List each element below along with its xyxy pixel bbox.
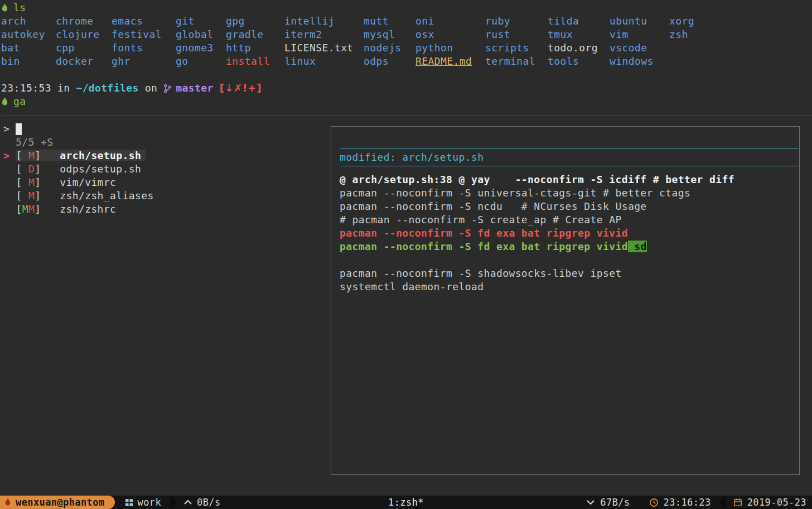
host-segment: wenxuan@phantom (0, 496, 115, 509)
diff-preview-pane[interactable]: modified: arch/setup.sh @ arch/setup.sh:… (331, 126, 800, 475)
command-text-ls: ls (13, 1, 26, 15)
ls-entry: vim (610, 28, 669, 41)
diff-line-ctx: pacman --noconfirm -S ncdu # NCurses Dis… (340, 200, 798, 213)
ls-column: oniosxpythonREADME.md (415, 15, 485, 68)
diff-line-hunk: @ arch/setup.sh:38 @ yay --noconfirm -S … (340, 173, 798, 186)
staged-status (22, 150, 28, 161)
ls-entry: fonts (112, 41, 176, 55)
grid-icon (125, 498, 133, 507)
command-line-ga: ga (1, 95, 812, 108)
ls-entry: gradle (226, 28, 284, 41)
terminal-screen: ls archautokeybatbinchromeclojurecppdock… (0, 0, 812, 496)
ls-entry: bat (1, 41, 56, 55)
ls-entry: zsh (669, 28, 725, 41)
gap (41, 150, 60, 161)
branch-icon (163, 84, 172, 93)
unstaged-status: M (28, 203, 35, 215)
diff-line-ctx: systemctl daemon-reload (340, 280, 798, 294)
prompt-in-word: in (57, 81, 70, 95)
session-name: work (138, 496, 162, 509)
ls-entry: global (176, 28, 226, 41)
text-cursor (16, 123, 22, 135)
session-indicator: work (125, 496, 162, 509)
chevron-down-icon (586, 499, 595, 506)
gap (41, 176, 60, 188)
bracket: ] (35, 203, 41, 215)
diff-file-header: modified: arch/setup.sh (331, 148, 798, 166)
flame-icon (4, 498, 11, 507)
ls-entry: python (415, 41, 485, 55)
git-branch: master (163, 81, 213, 95)
download-rate-value: 67B/s (600, 496, 630, 509)
ls-column: xorgzsh (669, 15, 725, 68)
ls-entry: emacs (112, 15, 176, 28)
chevron-up-icon (183, 499, 192, 506)
ls-entry: gpg (226, 15, 284, 28)
prompt-path: ~/dotfiles (76, 81, 138, 95)
git-status-and-file: [MM] zsh/zshrc (16, 203, 120, 215)
file-name: zsh/zshrc (60, 203, 116, 215)
calendar-icon (733, 498, 742, 507)
ls-entry: xorg (669, 15, 725, 28)
selection-pointer-icon (3, 176, 16, 188)
ls-entry: rust (485, 28, 548, 41)
diff-content: @ arch/setup.sh:38 @ yay --noconfirm -S … (331, 173, 798, 294)
ls-entry: docker (56, 55, 112, 68)
ls-entry: linux (284, 55, 364, 68)
ls-column: tildatmuxtodo.orgtools (548, 15, 610, 68)
unstaged-status: M (28, 176, 35, 188)
tmux-status-bar: wenxuan@phantom work 0B/s 1:zsh* 67B/s 2… (0, 496, 812, 509)
ls-entry: arch (1, 15, 56, 28)
git-status-and-file: [ D] odps/setup.sh (16, 163, 146, 175)
file-name: arch/setup.sh (60, 150, 141, 161)
ls-entry: tools (548, 55, 610, 68)
upload-rate: 0B/s (183, 496, 221, 509)
staged-status (22, 163, 28, 175)
ls-column: archautokeybatbin (1, 15, 56, 68)
fzf-prompt-symbol: > (3, 122, 9, 136)
file-name: odps/setup.sh (60, 163, 141, 175)
ls-entry: festival (112, 28, 176, 41)
ls-entry: git (176, 15, 226, 28)
ls-entry: vscode (610, 41, 669, 55)
bracket: ] (35, 190, 41, 201)
bracket: [ (16, 163, 22, 175)
host-label: wenxuan@phantom (16, 496, 105, 509)
time-value: 23:16:23 (664, 496, 711, 509)
diff-line-ctx: pacman --noconfirm -S universal-ctags-gi… (340, 186, 798, 200)
ls-entry: autokey (1, 28, 56, 41)
ls-entry: gnome3 (176, 41, 226, 55)
unstaged-status: M (28, 190, 35, 201)
bracket: ] (35, 163, 41, 175)
window-tab[interactable]: 1:zsh* (388, 496, 424, 509)
ls-entry: clojure (56, 28, 112, 41)
ls-column: ubuntuvimvscodewindows (610, 15, 669, 68)
bracket: ] (35, 150, 41, 161)
window-label: 1:zsh* (388, 497, 424, 508)
ls-column: chromeclojurecppdocker (56, 15, 112, 68)
unstaged-status: D (28, 163, 35, 175)
git-status-flags: [⇣✗!+] (220, 81, 262, 95)
ls-entry: tilda (548, 15, 610, 28)
gap (41, 163, 60, 175)
word-diff-highlight: sd (628, 241, 647, 252)
git-status-and-file: [ M] zsh/zsh_aliases (16, 190, 158, 201)
selection-pointer-icon: > (3, 150, 16, 161)
ls-column: emacsfestivalfontsghr (112, 15, 176, 68)
upload-rate-value: 0B/s (197, 496, 221, 509)
shell-prompt: 23:15:53 in ~/dotfiles on master [⇣✗!+] (1, 81, 812, 95)
preview-divider-bottom (340, 166, 798, 166)
selection-pointer-icon (3, 163, 16, 175)
ls-entry: osx (415, 28, 485, 41)
ls-entry: iterm2 (284, 28, 364, 41)
ls-entry: cpp (56, 41, 112, 55)
ls-entry: go (176, 55, 226, 68)
git-status-and-file: [ M] arch/setup.sh (16, 150, 146, 161)
powerline-separator-icon (171, 496, 177, 509)
ls-entry: mysql (364, 28, 415, 41)
file-name: zsh/zsh_aliases (60, 190, 154, 201)
gap (41, 203, 60, 215)
powerline-separator-icon (719, 496, 725, 509)
bracket: [ (16, 176, 22, 188)
selection-pointer-icon (3, 190, 16, 201)
